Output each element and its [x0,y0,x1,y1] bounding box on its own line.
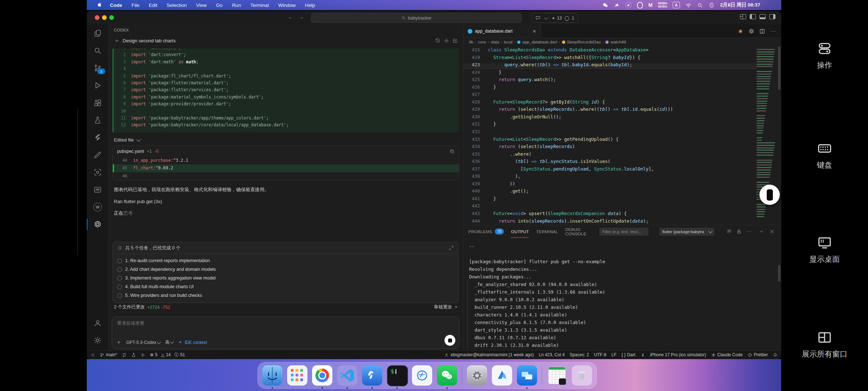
tab-app-database[interactable]: app_database.dart ✕ [463,25,541,38]
dock-item-settings[interactable] [467,365,487,386]
copilot-status-group[interactable]: ●13 ◯1 [532,13,578,23]
task-item[interactable]: 2. Add chart dependency and domain model… [113,265,458,274]
dock-item-chrome[interactable] [312,365,332,386]
menu-item-window[interactable]: Window [273,3,300,8]
sidebar-item-inspector[interactable] [87,164,109,181]
git-blame-item[interactable]: xbsgmaster@kalmanmacmini (1 week ago) [444,352,533,357]
sidebar-item-source-control[interactable]: 3 [87,59,109,77]
circle-status-icon[interactable] [637,2,643,9]
dock-item-windows-app[interactable] [517,365,537,386]
encoding-setting[interactable]: UTF-8 [594,352,606,357]
run-button[interactable] [141,353,145,357]
git-branch-item[interactable]: main* [100,352,117,357]
show-desktop-button[interactable]: 显示桌面 [781,235,868,264]
claude-code-item[interactable]: Claude Code [711,352,743,357]
lock-scroll-icon[interactable] [736,229,742,234]
close-tab-icon[interactable]: ✕ [532,29,536,34]
task-item[interactable]: 3. Implement reports aggregation view mo… [113,274,458,282]
collapse-icon[interactable] [449,245,454,251]
notifications-bell-icon[interactable] [773,353,778,357]
sidebar-item-preview[interactable] [87,181,109,198]
dock-item-launchpad[interactable] [287,365,307,386]
prettier-item[interactable]: Prettier [748,352,768,357]
maximize-window-button[interactable] [109,15,114,20]
copy-icon[interactable] [450,149,455,154]
m-app-status-icon[interactable]: M [648,2,653,8]
keyboard-button[interactable]: 键盘 [781,140,868,170]
screen-record-status-icon[interactable] [625,2,631,8]
thread-title[interactable]: Design second tab charts [123,38,176,43]
menu-bar-clock[interactable]: 2月8日 周日 08:37 [720,2,760,8]
dock-item-vscode[interactable] [337,365,357,386]
breadcrumb-item[interactable]: SleepRecordsDao [567,40,601,44]
history-icon[interactable] [435,38,441,43]
command-center-search[interactable]: babytracker [311,13,522,23]
dock-item-trash[interactable] [572,365,592,386]
sidebar-item-settings[interactable] [87,332,109,349]
navigate-back-button[interactable]: ← [288,14,293,20]
output-scrollbar[interactable] [778,265,780,282]
chat-composer[interactable]: 要求后续变更 GPT-5.3-Codex 高 IDE context [112,316,459,349]
more-actions-icon[interactable] [746,229,752,234]
output-filter-input[interactable]: Filter (e.g. text, !excl... [599,228,648,236]
floating-mouse-button[interactable] [760,185,780,205]
dock-item-downloads[interactable] [547,365,567,386]
breadcrumb-item[interactable]: local [504,40,512,44]
cursor-position[interactable]: Ln 423, Col 4 [539,352,565,357]
close-window-button[interactable] [95,15,99,20]
close-panel-icon[interactable] [769,229,775,234]
device-selector[interactable]: iPhone 17 Pro (ios simulator) [650,352,706,357]
wechat-status-icon[interactable] [602,2,608,8]
panel-tab-problems[interactable]: PROBLEMS70 [468,225,504,238]
dock-item-wechat[interactable] [437,365,457,386]
review-changes-button[interactable]: 审核更改 [434,304,458,310]
output-channel-select[interactable]: flutter (package:babytra [659,228,714,236]
sidebar-item-flutter[interactable] [87,129,109,146]
breadcrumb-item[interactable]: core [478,40,486,44]
task-item[interactable]: 4. Build full multi-module charts UI [113,282,458,291]
menu-item-run[interactable]: Run [227,3,246,8]
sidebar-item-run-debug[interactable] [87,77,109,94]
maximize-panel-icon[interactable] [759,229,764,234]
hot-reload-icon[interactable] [737,28,744,34]
sync-changes-button[interactable] [122,353,127,357]
breadcrumb-item[interactable]: app_database.dart [522,40,557,44]
problems-summary[interactable]: ⊗5 △14 ⓘ51 [150,352,185,358]
flutter-devtools-button[interactable] [131,353,136,357]
sidebar-item-testing[interactable] [87,112,109,129]
vscode-title-bar[interactable]: ← → babytracker ●13 ◯1 [87,11,781,25]
editor-scrollbar[interactable] [778,46,780,90]
effort-selector[interactable]: 高 [165,339,173,345]
ports-icon[interactable] [641,353,645,357]
remote-indicator[interactable] [90,353,95,357]
diff-filename[interactable]: pubspec.yaml [117,149,144,154]
breadcrumb-item[interactable]: watchAll [610,40,626,44]
ran-command-label[interactable]: Ran flutter pub get (3s) [114,199,458,204]
network-speed-indicator[interactable]: 0KB/s0KB/s [658,2,667,8]
task-item[interactable]: 1. Re-audit current reports implementati… [113,256,458,265]
split-editor-icon[interactable] [759,28,765,34]
toggle-primary-sidebar-icon[interactable] [750,14,756,19]
minimize-window-button[interactable] [102,15,107,20]
codex-editor-icon[interactable] [748,28,754,34]
toggle-panel-icon[interactable] [760,14,766,19]
dock-item-hammer[interactable] [362,365,382,386]
dock-item-xcode[interactable] [412,365,432,386]
sidebar-item-explorer[interactable] [87,25,109,42]
breadcrumb[interactable]: lib›core›data›local›app_database.dart›Sl… [463,38,781,46]
eol-setting[interactable]: LF [611,352,616,357]
menu-item-go[interactable]: Go [211,3,227,8]
sidebar-item-search[interactable] [87,42,109,59]
toggle-secondary-sidebar-icon[interactable] [769,14,775,19]
code-editor[interactable]: 415class SleepRecordsDao extends Databas… [463,46,757,225]
language-mode[interactable]: { }Dart [621,352,635,357]
panel-tab-debug-console[interactable]: DEBUG CONSOLE [565,225,586,238]
sidebar-item-edit-tool[interactable] [87,146,109,164]
panel-tab-terminal[interactable]: TERMINAL [536,225,558,238]
sidebar-item-wn[interactable]: W [87,198,109,216]
breadcrumb-item[interactable]: data [491,40,499,44]
back-icon[interactable] [114,38,119,43]
word-wrap-icon[interactable] [727,229,732,234]
sidebar-item-codex[interactable] [87,216,109,233]
indentation-setting[interactable]: Spaces: 2 [570,352,589,357]
